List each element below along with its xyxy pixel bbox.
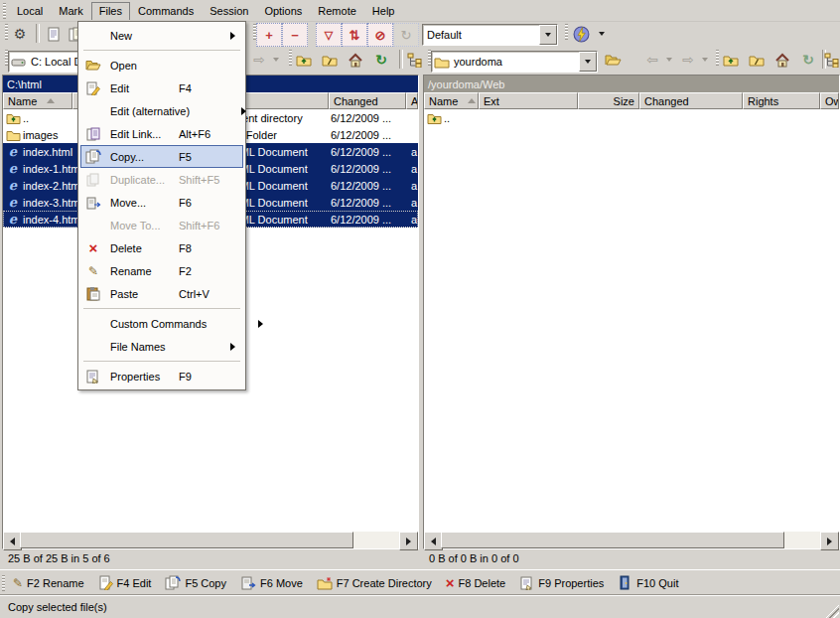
menu-remote[interactable]: Remote: [310, 2, 364, 20]
new-session-dropdown[interactable]: [596, 27, 607, 41]
f2-rename-button[interactable]: ✎ F2 Rename: [13, 577, 84, 589]
menu-commands[interactable]: Commands: [130, 2, 202, 20]
menu-help[interactable]: Help: [364, 2, 403, 20]
lightning-session-icon: [573, 26, 590, 43]
queue-button[interactable]: [42, 23, 66, 45]
remote-horizontal-scrollbar[interactable]: [424, 532, 839, 548]
menu-item-properties[interactable]: Properties F9: [80, 365, 243, 387]
f4-edit-button[interactable]: F4 Edit: [98, 575, 152, 590]
tree-icon: [407, 53, 423, 68]
menu-item-custom-commands[interactable]: Custom Commands: [80, 312, 243, 335]
synchronize-button[interactable]: ⇅: [342, 23, 367, 47]
root-directory-button-remote[interactable]: [745, 49, 769, 71]
menu-item-open[interactable]: Open: [80, 54, 243, 77]
menu-mark[interactable]: Mark: [51, 2, 90, 20]
f7-create-directory-button[interactable]: F7 Create Directory: [317, 576, 432, 590]
menu-item-delete[interactable]: × Delete F8: [80, 236, 243, 259]
statusbar: Copy selected file(s): [0, 594, 840, 618]
menu-options[interactable]: Options: [256, 2, 310, 20]
f8-delete-button[interactable]: × F8 Delete: [446, 575, 505, 590]
directory-tree-button[interactable]: [403, 49, 427, 71]
menu-item-edit-link[interactable]: Edit Link... Alt+F6: [80, 122, 243, 145]
refresh-button[interactable]: ↻: [369, 49, 393, 71]
refresh-button-remote[interactable]: ↻: [796, 49, 820, 71]
forward-dropdown[interactable]: [270, 53, 281, 67]
scrollbar-thumb[interactable]: [20, 532, 353, 548]
menu-item-move[interactable]: Move... F6: [80, 191, 243, 214]
parent-directory-button-remote[interactable]: [719, 49, 743, 71]
menu-item-duplicate[interactable]: Duplicate... Shift+F5: [80, 168, 243, 191]
menu-item-edit-alternative[interactable]: Edit (alternative): [80, 99, 243, 122]
folder-icon: [5, 128, 21, 142]
menu-files[interactable]: Files: [91, 2, 130, 20]
properties-icon: [519, 575, 534, 590]
column-header-ext[interactable]: Ext: [479, 92, 578, 109]
open-folder-icon: [81, 59, 105, 72]
column-header-changed[interactable]: Changed: [329, 92, 406, 109]
home-directory-button-remote[interactable]: [770, 49, 794, 71]
resize-grip[interactable]: [825, 604, 839, 618]
column-header-name[interactable]: Name: [424, 92, 479, 109]
unselect-all-button[interactable]: ⊘: [367, 23, 393, 47]
submenu-arrow-icon: [230, 32, 242, 40]
scrollbar-thumb[interactable]: [441, 532, 784, 548]
f6-move-button[interactable]: F6 Move: [240, 575, 303, 590]
column-header-attr[interactable]: Attr: [406, 92, 418, 109]
parent-directory-button[interactable]: [292, 49, 316, 71]
duplicate-icon: [81, 173, 105, 187]
menu-item-edit[interactable]: Edit F4: [80, 77, 243, 99]
sort-asc-icon: [468, 98, 476, 103]
forward-button[interactable]: ⇨: [248, 49, 270, 71]
f5-copy-button[interactable]: F5 Copy: [165, 575, 226, 590]
column-header-changed[interactable]: Changed: [639, 92, 743, 109]
session-combo[interactable]: Default: [422, 24, 558, 46]
menu-separator: [83, 50, 240, 51]
forward-button-remote[interactable]: ⇨: [677, 49, 699, 71]
compare-directories-button[interactable]: ↻: [393, 23, 419, 47]
submenu-arrow-icon: [241, 107, 253, 115]
f9-properties-button[interactable]: F9 Properties: [519, 575, 604, 590]
home-icon: [348, 53, 363, 68]
folder-root-icon: [749, 53, 765, 67]
move-icon: [81, 196, 105, 210]
remote-path-bar[interactable]: /yourdoma/Web: [424, 76, 839, 92]
file-row[interactable]: ..: [424, 109, 839, 126]
session-combo-dropdown[interactable]: [539, 25, 557, 45]
menu-session[interactable]: Session: [202, 2, 256, 20]
forward-dropdown-remote[interactable]: [699, 53, 710, 67]
folder-root-icon: [322, 53, 338, 67]
unselect-files-button[interactable]: −: [282, 23, 308, 47]
open-directory-button[interactable]: [600, 49, 626, 71]
home-directory-button[interactable]: [344, 49, 367, 71]
preferences-button[interactable]: ⚙: [8, 23, 32, 45]
root-directory-button[interactable]: [318, 49, 342, 71]
menu-item-new[interactable]: New: [80, 24, 243, 47]
menu-item-copy[interactable]: Copy... F5: [80, 145, 243, 168]
f10-quit-button[interactable]: F10 Quit: [618, 575, 678, 590]
menu-item-move-to[interactable]: Move To... Shift+F6: [80, 214, 243, 236]
toolbar-grip[interactable]: [2, 575, 5, 591]
column-header-name[interactable]: Name: [3, 92, 72, 109]
folder-up-icon: [296, 53, 312, 67]
filter-button[interactable]: ▽: [316, 23, 342, 47]
menu-local[interactable]: Local: [9, 2, 51, 20]
remote-dir-combo[interactable]: yourdoma: [431, 51, 598, 73]
menu-item-file-names[interactable]: File Names: [80, 335, 243, 358]
toolbar-grip[interactable]: [3, 3, 6, 19]
new-session-button[interactable]: [568, 23, 594, 45]
back-button-remote[interactable]: ⇦: [641, 49, 663, 71]
column-header-size[interactable]: Size: [578, 92, 639, 109]
html-file-icon: e: [5, 196, 21, 210]
column-header-owner[interactable]: Owner: [820, 92, 839, 109]
menu-item-paste[interactable]: Paste Ctrl+V: [80, 282, 243, 305]
edit-icon: [81, 81, 105, 95]
select-files-button[interactable]: +: [256, 23, 282, 47]
files-dropdown-menu: New Open Edit F4 Edit (alternative) Edit…: [77, 21, 246, 390]
menu-item-rename[interactable]: ✎ Rename F2: [80, 259, 243, 282]
local-horizontal-scrollbar[interactable]: [3, 532, 418, 548]
column-header-rights[interactable]: Rights: [743, 92, 820, 109]
back-icon: ⇦: [646, 53, 658, 67]
remote-dir-combo-dropdown[interactable]: [579, 52, 597, 72]
directory-tree-button-remote[interactable]: [824, 49, 840, 71]
back-dropdown-remote[interactable]: [663, 53, 674, 67]
